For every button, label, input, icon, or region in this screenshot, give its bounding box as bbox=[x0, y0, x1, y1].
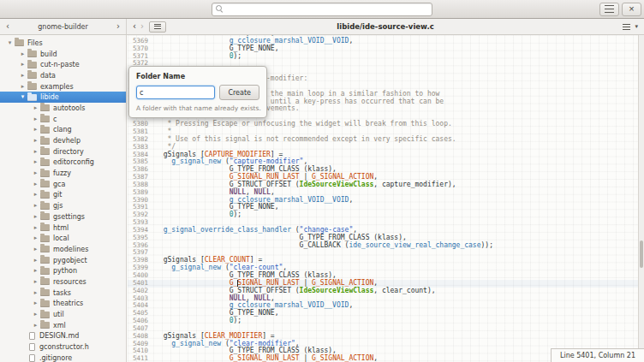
code-line-5382[interactable]: 5382 * Use of this signal is not recomme… bbox=[128, 136, 644, 144]
folder-icon bbox=[40, 148, 50, 155]
tree-item-Files[interactable]: ▾Files bbox=[0, 38, 126, 49]
tree-item-label: editorconfig bbox=[53, 158, 94, 166]
tree-item-cut-n-paste[interactable]: ▸cut-n-paste bbox=[0, 59, 126, 70]
expander-closed-icon[interactable]: ▸ bbox=[19, 73, 27, 79]
code-line-5392[interactable]: 5392 0); bbox=[128, 211, 644, 219]
folder-icon bbox=[40, 104, 50, 111]
view-options-icon[interactable] bbox=[623, 24, 630, 30]
folder-icon bbox=[40, 289, 50, 296]
folder-icon bbox=[27, 72, 37, 79]
expander-open-icon[interactable]: ▾ bbox=[6, 40, 14, 46]
create-button[interactable]: Create bbox=[219, 85, 259, 100]
tree-item-clang[interactable]: ▸clang bbox=[0, 125, 126, 136]
code-text: * Use of this signal is not recommended … bbox=[155, 136, 456, 144]
tree-item-label: local bbox=[53, 234, 69, 242]
tree-item-editorconfig[interactable]: ▸editorconfig bbox=[0, 157, 126, 169]
new-folder-popover: Folder Name Create A folder with that na… bbox=[128, 66, 267, 118]
expander-closed-icon[interactable]: ▸ bbox=[32, 258, 39, 264]
back-icon[interactable]: ‹ bbox=[133, 22, 136, 31]
expander-closed-icon[interactable]: ▸ bbox=[32, 312, 39, 317]
expander-closed-icon[interactable]: ▸ bbox=[32, 116, 39, 122]
project-title: gnome-builder bbox=[38, 23, 88, 31]
expander-closed-icon[interactable]: ▸ bbox=[32, 300, 39, 306]
tree-item-html[interactable]: ▸html bbox=[0, 223, 126, 234]
tree-item-label: gca bbox=[53, 181, 65, 188]
tree-item-pygobject[interactable]: ▸pygobject bbox=[0, 255, 126, 266]
expander-closed-icon[interactable]: ▸ bbox=[32, 192, 39, 198]
code-line-5380[interactable]: 5380 * Pressing Escape or unfocusing the… bbox=[128, 121, 644, 128]
tree-item-data[interactable]: ▸data bbox=[0, 70, 126, 81]
tree-item-build[interactable]: ▸build bbox=[0, 49, 126, 60]
expander-closed-icon[interactable]: ▸ bbox=[32, 203, 39, 209]
global-search-input[interactable] bbox=[212, 3, 432, 16]
tree-item-libide[interactable]: ▾libide bbox=[0, 92, 126, 103]
tree-item-label: resources bbox=[53, 278, 86, 286]
chevron-down-icon[interactable]: ▾ bbox=[635, 24, 638, 30]
code-line-5396[interactable]: 5396 G_CALLBACK (ide_source_view_real_ch… bbox=[128, 242, 644, 250]
tree-item-python[interactable]: ▸python bbox=[0, 265, 126, 276]
close-button[interactable]: × bbox=[622, 3, 641, 16]
expander-closed-icon[interactable]: ▸ bbox=[32, 290, 39, 296]
expander-closed-icon[interactable]: ▸ bbox=[19, 62, 27, 68]
expander-closed-icon[interactable]: ▸ bbox=[32, 105, 39, 111]
tree-item-label: libide bbox=[40, 93, 59, 101]
tree-item-modelines[interactable]: ▸modelines bbox=[0, 244, 126, 255]
menu-button[interactable] bbox=[599, 3, 619, 16]
gnome-builder-window: × ‹ gnome-builder › ‹ › libide/ide-sourc… bbox=[0, 0, 644, 362]
tree-item-fuzzy[interactable]: ▸fuzzy bbox=[0, 168, 126, 179]
tree-item-label: examples bbox=[40, 83, 74, 91]
expander-closed-icon[interactable]: ▸ bbox=[32, 127, 39, 133]
folder-name-input[interactable] bbox=[136, 86, 215, 99]
project-prev-icon[interactable]: ‹ bbox=[6, 22, 9, 31]
tree-item-.gitignore[interactable]: .gitignore bbox=[0, 353, 126, 362]
code-text: 0); bbox=[155, 317, 242, 325]
tree-item-local[interactable]: ▸local bbox=[0, 233, 126, 244]
editor-scrollbar[interactable] bbox=[638, 35, 644, 362]
tree-item-tasks[interactable]: ▸tasks bbox=[0, 288, 126, 299]
tree-item-gconstructor.h[interactable]: gconstructor.h bbox=[0, 341, 126, 353]
forward-icon[interactable]: › bbox=[140, 22, 144, 31]
expander-closed-icon[interactable]: ▸ bbox=[32, 170, 39, 176]
expander-closed-icon[interactable]: ▸ bbox=[32, 149, 39, 155]
project-next-icon[interactable]: › bbox=[116, 22, 120, 31]
tree-item-git[interactable]: ▸git bbox=[0, 190, 126, 201]
file-icon bbox=[29, 332, 35, 340]
tree-item-util[interactable]: ▸util bbox=[0, 309, 126, 320]
open-documents-button[interactable] bbox=[149, 21, 166, 33]
tree-item-examples[interactable]: ▸examples bbox=[0, 81, 126, 92]
tree-item-xml[interactable]: ▸xml bbox=[0, 320, 126, 331]
code-line-5406[interactable]: 5406 0); bbox=[128, 317, 644, 325]
tree-item-c[interactable]: ▸c bbox=[0, 114, 126, 125]
tree-item-label: git bbox=[53, 191, 62, 199]
line-number: 5411 bbox=[128, 355, 155, 362]
code-line-5371[interactable]: 5371 0); bbox=[128, 53, 644, 61]
expander-closed-icon[interactable]: ▸ bbox=[19, 51, 27, 57]
tree-item-label: fuzzy bbox=[53, 169, 71, 177]
expander-closed-icon[interactable]: ▸ bbox=[32, 235, 39, 241]
expander-closed-icon[interactable]: ▸ bbox=[32, 279, 39, 285]
tree-item-resources[interactable]: ▸resources bbox=[0, 276, 126, 288]
code-text: * Pressing Escape or unfocusing the widg… bbox=[155, 121, 452, 128]
expander-open-icon[interactable]: ▾ bbox=[19, 94, 27, 100]
tree-item-gsettings[interactable]: ▸gsettings bbox=[0, 211, 126, 223]
hamburger-icon bbox=[605, 5, 614, 13]
tree-item-devhelp[interactable]: ▸devhelp bbox=[0, 135, 126, 146]
expander-closed-icon[interactable]: ▸ bbox=[32, 181, 39, 187]
expander-closed-icon[interactable]: ▸ bbox=[32, 246, 39, 252]
expander-closed-icon[interactable]: ▸ bbox=[32, 214, 39, 220]
tree-item-directory[interactable]: ▸directory bbox=[0, 146, 126, 157]
tree-item-DESIGN.md[interactable]: DESIGN.md bbox=[0, 331, 126, 342]
expander-closed-icon[interactable]: ▸ bbox=[32, 138, 39, 144]
tree-item-gca[interactable]: ▸gca bbox=[0, 179, 126, 190]
expander-closed-icon[interactable]: ▸ bbox=[32, 268, 39, 274]
tree-item-theatrics[interactable]: ▸theatrics bbox=[0, 299, 126, 310]
expander-closed-icon[interactable]: ▸ bbox=[32, 159, 39, 165]
tree-item-gjs[interactable]: ▸gjs bbox=[0, 200, 126, 211]
file-icon bbox=[29, 354, 35, 362]
tree-item-autotools[interactable]: ▸autotools bbox=[0, 103, 126, 114]
expander-closed-icon[interactable]: ▸ bbox=[32, 323, 39, 329]
folder-icon bbox=[40, 300, 50, 307]
scrollbar-thumb[interactable] bbox=[640, 240, 643, 268]
expander-closed-icon[interactable]: ▸ bbox=[32, 225, 39, 231]
expander-closed-icon[interactable]: ▸ bbox=[19, 84, 27, 90]
